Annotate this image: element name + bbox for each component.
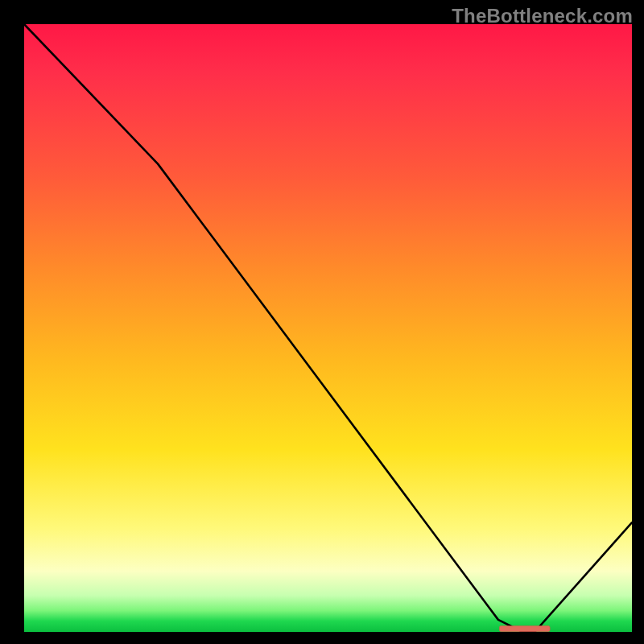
plot-area [24,24,632,632]
marker-layer [24,24,632,632]
optimal-range-marker [499,626,550,632]
watermark-text: TheBottleneck.com [452,5,633,27]
chart-container: TheBottleneck.com [0,0,644,644]
